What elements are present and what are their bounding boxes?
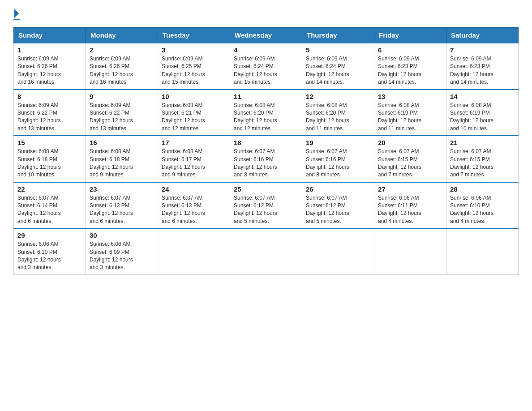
day-number: 14 bbox=[450, 93, 515, 100]
calendar-cell: 3 Sunrise: 6:09 AM Sunset: 6:25 PM Dayli… bbox=[158, 43, 230, 90]
day-number: 4 bbox=[234, 46, 298, 54]
day-info: Sunrise: 6:08 AM Sunset: 6:20 PM Dayligh… bbox=[234, 102, 298, 133]
day-info: Sunrise: 6:08 AM Sunset: 6:18 PM Dayligh… bbox=[17, 148, 82, 179]
day-number: 9 bbox=[90, 93, 154, 100]
day-info: Sunrise: 6:08 AM Sunset: 6:17 PM Dayligh… bbox=[162, 148, 226, 179]
calendar-cell: 1 Sunrise: 6:09 AM Sunset: 6:26 PM Dayli… bbox=[14, 43, 86, 90]
day-info: Sunrise: 6:08 AM Sunset: 6:21 PM Dayligh… bbox=[162, 102, 226, 133]
day-number: 12 bbox=[306, 93, 370, 100]
day-number: 11 bbox=[234, 93, 298, 100]
weekday-header-thursday: Thursday bbox=[302, 28, 374, 43]
day-number: 5 bbox=[306, 46, 370, 54]
day-info: Sunrise: 6:09 AM Sunset: 6:26 PM Dayligh… bbox=[90, 55, 154, 86]
day-info: Sunrise: 6:07 AM Sunset: 6:16 PM Dayligh… bbox=[234, 148, 298, 179]
calendar-cell: 10 Sunrise: 6:08 AM Sunset: 6:21 PM Dayl… bbox=[158, 90, 230, 136]
weekday-header-monday: Monday bbox=[86, 28, 158, 43]
logo bbox=[13, 9, 20, 20]
day-info: Sunrise: 6:06 AM Sunset: 6:10 PM Dayligh… bbox=[17, 240, 82, 272]
week-row-1: 1 Sunrise: 6:09 AM Sunset: 6:26 PM Dayli… bbox=[14, 43, 519, 90]
day-number: 26 bbox=[306, 185, 370, 193]
calendar-cell: 21 Sunrise: 6:07 AM Sunset: 6:15 PM Dayl… bbox=[446, 136, 519, 182]
calendar-cell: 6 Sunrise: 6:09 AM Sunset: 6:23 PM Dayli… bbox=[374, 43, 446, 90]
day-number: 30 bbox=[90, 231, 154, 239]
calendar-cell: 19 Sunrise: 6:07 AM Sunset: 6:16 PM Dayl… bbox=[302, 136, 374, 182]
day-number: 20 bbox=[378, 139, 442, 146]
day-info: Sunrise: 6:09 AM Sunset: 6:23 PM Dayligh… bbox=[378, 55, 442, 86]
day-number: 10 bbox=[162, 93, 226, 100]
day-number: 8 bbox=[17, 93, 82, 100]
day-number: 1 bbox=[17, 46, 82, 54]
day-number: 7 bbox=[450, 46, 515, 54]
day-info: Sunrise: 6:09 AM Sunset: 6:22 PM Dayligh… bbox=[90, 102, 154, 133]
logo-underline bbox=[13, 19, 20, 20]
day-number: 22 bbox=[17, 185, 82, 193]
day-info: Sunrise: 6:06 AM Sunset: 6:11 PM Dayligh… bbox=[378, 194, 442, 226]
calendar-cell: 20 Sunrise: 6:07 AM Sunset: 6:15 PM Dayl… bbox=[374, 136, 446, 182]
day-info: Sunrise: 6:06 AM Sunset: 6:10 PM Dayligh… bbox=[450, 194, 515, 226]
day-info: Sunrise: 6:08 AM Sunset: 6:20 PM Dayligh… bbox=[306, 102, 370, 133]
day-info: Sunrise: 6:08 AM Sunset: 6:18 PM Dayligh… bbox=[90, 148, 154, 179]
week-row-4: 22 Sunrise: 6:07 AM Sunset: 6:14 PM Dayl… bbox=[14, 182, 519, 229]
day-number: 18 bbox=[234, 139, 298, 146]
day-info: Sunrise: 6:06 AM Sunset: 6:09 PM Dayligh… bbox=[90, 240, 154, 272]
weekday-header-row: SundayMondayTuesdayWednesdayThursdayFrid… bbox=[14, 28, 519, 43]
day-number: 13 bbox=[378, 93, 442, 100]
calendar-cell: 5 Sunrise: 6:09 AM Sunset: 6:24 PM Dayli… bbox=[302, 43, 374, 90]
calendar-cell: 30 Sunrise: 6:06 AM Sunset: 6:09 PM Dayl… bbox=[86, 228, 158, 274]
day-info: Sunrise: 6:07 AM Sunset: 6:12 PM Dayligh… bbox=[234, 194, 298, 226]
day-info: Sunrise: 6:08 AM Sunset: 6:19 PM Dayligh… bbox=[378, 102, 442, 133]
calendar-table: SundayMondayTuesdayWednesdayThursdayFrid… bbox=[13, 27, 519, 275]
day-number: 19 bbox=[306, 139, 370, 146]
calendar-cell bbox=[230, 228, 302, 274]
day-info: Sunrise: 6:09 AM Sunset: 6:26 PM Dayligh… bbox=[17, 55, 82, 86]
day-number: 24 bbox=[162, 185, 226, 193]
day-info: Sunrise: 6:09 AM Sunset: 6:25 PM Dayligh… bbox=[162, 55, 226, 86]
day-number: 3 bbox=[162, 46, 226, 54]
day-number: 28 bbox=[450, 185, 515, 193]
day-info: Sunrise: 6:09 AM Sunset: 6:24 PM Dayligh… bbox=[234, 55, 298, 86]
weekday-header-friday: Friday bbox=[374, 28, 446, 43]
day-number: 29 bbox=[17, 231, 82, 239]
calendar-cell bbox=[158, 228, 230, 274]
day-number: 2 bbox=[90, 46, 154, 54]
weekday-header-wednesday: Wednesday bbox=[230, 28, 302, 43]
day-info: Sunrise: 6:07 AM Sunset: 6:14 PM Dayligh… bbox=[17, 194, 82, 226]
day-info: Sunrise: 6:07 AM Sunset: 6:15 PM Dayligh… bbox=[450, 148, 515, 179]
weekday-header-tuesday: Tuesday bbox=[158, 28, 230, 43]
day-info: Sunrise: 6:07 AM Sunset: 6:16 PM Dayligh… bbox=[306, 148, 370, 179]
calendar-cell: 7 Sunrise: 6:09 AM Sunset: 6:23 PM Dayli… bbox=[446, 43, 519, 90]
header bbox=[13, 9, 519, 20]
calendar-cell bbox=[446, 228, 519, 274]
calendar-cell: 8 Sunrise: 6:09 AM Sunset: 6:22 PM Dayli… bbox=[14, 90, 86, 136]
day-number: 23 bbox=[90, 185, 154, 193]
day-number: 27 bbox=[378, 185, 442, 193]
weekday-header-saturday: Saturday bbox=[446, 28, 519, 43]
calendar-cell: 4 Sunrise: 6:09 AM Sunset: 6:24 PM Dayli… bbox=[230, 43, 302, 90]
calendar-cell bbox=[302, 228, 374, 274]
day-number: 6 bbox=[378, 46, 442, 54]
calendar-cell: 24 Sunrise: 6:07 AM Sunset: 6:13 PM Dayl… bbox=[158, 182, 230, 229]
calendar-cell: 11 Sunrise: 6:08 AM Sunset: 6:20 PM Dayl… bbox=[230, 90, 302, 136]
day-info: Sunrise: 6:09 AM Sunset: 6:24 PM Dayligh… bbox=[306, 55, 370, 86]
calendar-cell: 12 Sunrise: 6:08 AM Sunset: 6:20 PM Dayl… bbox=[302, 90, 374, 136]
day-info: Sunrise: 6:07 AM Sunset: 6:13 PM Dayligh… bbox=[90, 194, 154, 226]
day-info: Sunrise: 6:07 AM Sunset: 6:13 PM Dayligh… bbox=[162, 194, 226, 226]
calendar-cell: 26 Sunrise: 6:07 AM Sunset: 6:12 PM Dayl… bbox=[302, 182, 374, 229]
calendar-cell: 22 Sunrise: 6:07 AM Sunset: 6:14 PM Dayl… bbox=[14, 182, 86, 229]
logo-triangle-icon bbox=[14, 9, 19, 18]
calendar-cell: 17 Sunrise: 6:08 AM Sunset: 6:17 PM Dayl… bbox=[158, 136, 230, 182]
day-number: 25 bbox=[234, 185, 298, 193]
calendar-cell: 27 Sunrise: 6:06 AM Sunset: 6:11 PM Dayl… bbox=[374, 182, 446, 229]
day-info: Sunrise: 6:08 AM Sunset: 6:19 PM Dayligh… bbox=[450, 102, 515, 133]
calendar-cell: 15 Sunrise: 6:08 AM Sunset: 6:18 PM Dayl… bbox=[14, 136, 86, 182]
calendar-cell: 13 Sunrise: 6:08 AM Sunset: 6:19 PM Dayl… bbox=[374, 90, 446, 136]
calendar-cell bbox=[374, 228, 446, 274]
day-info: Sunrise: 6:07 AM Sunset: 6:15 PM Dayligh… bbox=[378, 148, 442, 179]
calendar-cell: 25 Sunrise: 6:07 AM Sunset: 6:12 PM Dayl… bbox=[230, 182, 302, 229]
weekday-header-sunday: Sunday bbox=[14, 28, 86, 43]
calendar-cell: 28 Sunrise: 6:06 AM Sunset: 6:10 PM Dayl… bbox=[446, 182, 519, 229]
day-number: 17 bbox=[162, 139, 226, 146]
calendar-cell: 2 Sunrise: 6:09 AM Sunset: 6:26 PM Dayli… bbox=[86, 43, 158, 90]
week-row-5: 29 Sunrise: 6:06 AM Sunset: 6:10 PM Dayl… bbox=[14, 228, 519, 274]
calendar-cell: 18 Sunrise: 6:07 AM Sunset: 6:16 PM Dayl… bbox=[230, 136, 302, 182]
